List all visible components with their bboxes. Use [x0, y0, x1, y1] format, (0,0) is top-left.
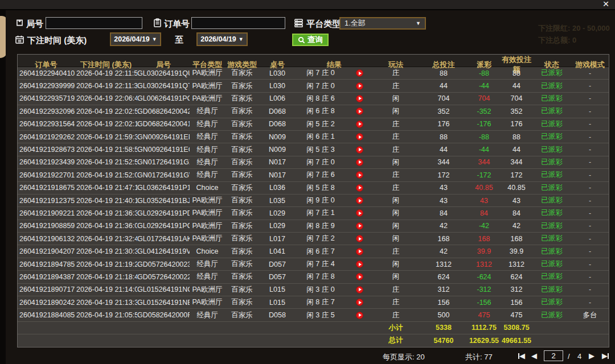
- round-number: GD05726420023: [137, 260, 190, 268]
- platform-type: PA欧洲厅: [190, 221, 225, 231]
- total-bet: 44: [419, 146, 469, 154]
- column-header: 派彩: [469, 60, 499, 70]
- payout-value: -352: [469, 107, 499, 115]
- bet-play: 庄: [373, 170, 419, 180]
- date-from-picker[interactable]: 2026/04/19 ▼: [110, 32, 161, 46]
- play-video-button[interactable]: [356, 82, 363, 90]
- bet-play: 庄: [373, 247, 419, 257]
- platform-type-value: 1.全部: [345, 18, 366, 28]
- total-bet: 42: [419, 222, 469, 230]
- payout-value: 1312: [469, 260, 499, 268]
- table-row: 2604192188408582026-04-19 21:05:52GD0582…: [18, 309, 609, 321]
- bet-play: 闲: [373, 272, 419, 282]
- total-bet: 624: [419, 273, 469, 281]
- play-video-button[interactable]: [356, 286, 363, 293]
- game-type: 百家乐: [225, 94, 259, 104]
- platform-type: PA欧洲厅: [190, 234, 225, 243]
- play-video-button[interactable]: [356, 107, 363, 115]
- platform-type: 经典厅: [190, 170, 225, 180]
- table-header-row: 订单号下注时间 (美东)局号平台类型游戏类型桌号结果玩法总投注派彩有效投注额状态…: [18, 55, 609, 67]
- play-video-button[interactable]: [356, 248, 363, 255]
- bet-time: 2026-04-19 21:36:08: [75, 222, 137, 230]
- total-bet: 176: [419, 120, 469, 128]
- close-icon[interactable]: ×: [600, 0, 612, 10]
- clipboard-icon: [153, 18, 162, 28]
- order-number: 260419219286735: [18, 146, 75, 154]
- table-number: D057: [259, 260, 296, 268]
- bet-time: 2026-04-19 22:06:45: [75, 94, 137, 102]
- round-number: GD06826420041: [137, 120, 190, 128]
- next-page-button[interactable]: ▶: [589, 351, 594, 360]
- payout-value: -312: [469, 286, 499, 293]
- date-to-picker[interactable]: 2026/04/19 ▼: [196, 32, 248, 46]
- payout-value: 39.9: [469, 247, 499, 255]
- play-video-button[interactable]: [356, 312, 363, 319]
- chevron-down-icon: ▼: [152, 36, 157, 42]
- play-video-button[interactable]: [356, 209, 363, 217]
- total-bet: 172: [419, 171, 469, 179]
- search-icon: [298, 36, 305, 44]
- play-icon: [346, 184, 373, 192]
- play-video-button[interactable]: [356, 69, 363, 77]
- first-page-button[interactable]: ◀: [518, 351, 525, 360]
- result-score: 闲 7 庄 1: [296, 208, 346, 218]
- total-bet: 352: [419, 107, 469, 115]
- play-video-button[interactable]: [356, 171, 363, 179]
- game-type: 百家乐: [225, 106, 259, 116]
- search-button[interactable]: 查询: [292, 34, 329, 46]
- play-video-button[interactable]: [356, 159, 363, 166]
- table-row: 2604192293571992026-04-19 22:06:45GL0062…: [18, 93, 609, 105]
- platform-type: 经典厅: [190, 119, 225, 129]
- last-page-button[interactable]: ▶: [602, 351, 609, 360]
- table-number: L030: [259, 82, 296, 90]
- table-row: 2604192189438732026-04-19 21:18:49GD0572…: [18, 271, 609, 283]
- game-mode: -: [570, 184, 610, 192]
- grand-total-payout: 12629.55: [469, 337, 499, 345]
- bet-time: 2026-04-19 21:47:18: [75, 184, 137, 192]
- platform-type-dropdown[interactable]: 1.全部 ▼: [339, 17, 426, 30]
- play-icon: [346, 121, 373, 128]
- play-video-button[interactable]: [356, 95, 363, 102]
- play-video-button[interactable]: [356, 260, 363, 268]
- current-page-input[interactable]: [544, 350, 563, 361]
- valid-bet: 88: [499, 69, 534, 77]
- platform-type: PA欧洲厅: [190, 68, 225, 78]
- status-badge: 已派彩: [534, 145, 570, 155]
- game-mode: -: [570, 209, 610, 217]
- total-count-label: 共计: 77: [465, 352, 493, 362]
- background-strip: [0, 10, 6, 364]
- play-video-button[interactable]: [356, 184, 363, 192]
- play-video-button[interactable]: [356, 146, 363, 154]
- valid-bet: 39.9: [499, 247, 534, 255]
- payout-value: -156: [469, 299, 499, 307]
- table-number: N009: [259, 146, 296, 154]
- total-bet: 43: [419, 184, 469, 192]
- play-video-button[interactable]: [356, 273, 363, 280]
- play-video-button[interactable]: [356, 133, 363, 140]
- bet-time: 2026-04-19 22:11:57: [75, 69, 137, 77]
- play-video-button[interactable]: [356, 222, 363, 230]
- result-score: 闲 8 庄 6: [296, 94, 346, 104]
- table-row: 2604192189024232026-04-19 21:13:34GL0152…: [18, 296, 609, 309]
- game-mode: -: [570, 69, 610, 77]
- payout-value: -42: [469, 222, 499, 230]
- chevron-down-icon: ▼: [416, 20, 421, 26]
- play-video-button[interactable]: [356, 197, 363, 204]
- subtotal-total-bet: 5338: [419, 324, 469, 332]
- order-number-input[interactable]: [191, 17, 285, 29]
- table-number: D068: [259, 120, 296, 128]
- payout-value: 84: [469, 209, 499, 217]
- round-number-input[interactable]: [46, 17, 142, 29]
- order-number: 260419229357199: [18, 94, 75, 102]
- order-number: 260419218840858: [18, 311, 75, 319]
- play-icon: [346, 222, 373, 230]
- prev-page-button[interactable]: ◀: [531, 351, 537, 360]
- grand-total-total-bet: 54760: [419, 337, 469, 345]
- table-number: L036: [259, 184, 296, 192]
- status-badge: 已派彩: [534, 106, 570, 116]
- order-number: 260419229399993: [18, 82, 75, 90]
- play-video-button[interactable]: [356, 299, 363, 306]
- play-icon: [346, 260, 373, 268]
- play-video-button[interactable]: [356, 121, 363, 128]
- play-video-button[interactable]: [356, 235, 363, 242]
